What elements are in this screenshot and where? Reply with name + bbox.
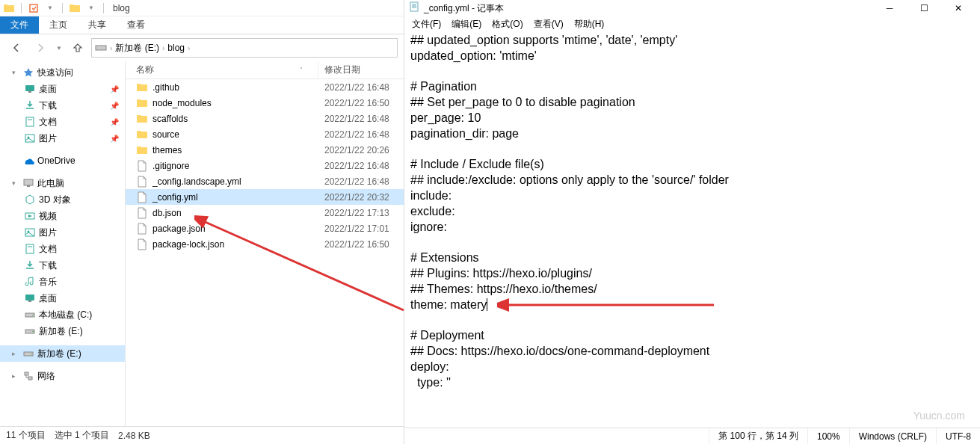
nav-item[interactable]: 桌面 (0, 290, 125, 306)
pin-icon: 📌 (110, 135, 119, 143)
svg-rect-3 (28, 91, 31, 93)
breadcrumb-item[interactable]: 新加卷 (E:) (112, 42, 162, 55)
tab-view[interactable]: 查看 (117, 16, 155, 34)
svg-rect-4 (26, 117, 34, 126)
file-name: _config.landscape.yml (152, 176, 241, 187)
file-name: package.json (152, 223, 206, 234)
up-button[interactable] (67, 38, 88, 58)
properties-icon[interactable] (26, 1, 41, 16)
file-icon (136, 191, 148, 203)
file-name: package-lock.json (152, 239, 224, 250)
maximize-button[interactable]: ☐ (907, 0, 941, 16)
svg-rect-1 (96, 46, 106, 50)
line-ending: Windows (CRLF) (849, 428, 936, 444)
nav-item[interactable]: 文档 (0, 241, 125, 257)
chevron-down-icon[interactable]: ▼ (84, 1, 99, 16)
menu-help[interactable]: 帮助(H) (570, 18, 609, 31)
file-icon (136, 160, 148, 172)
file-row[interactable]: package-lock.json 2022/1/22 16:50 (126, 236, 404, 252)
nav-item[interactable]: 下载📌 (0, 97, 125, 114)
file-date: 2022/1/22 20:26 (318, 145, 404, 155)
file-row[interactable]: db.json 2022/1/22 17:13 (126, 205, 404, 221)
file-icon (136, 238, 148, 250)
file-row[interactable]: themes 2022/1/22 20:26 (126, 142, 404, 158)
menu-view[interactable]: 查看(V) (529, 18, 568, 31)
cursor-position: 第 100 行，第 14 列 (709, 428, 807, 444)
close-button[interactable]: ✕ (941, 0, 976, 16)
menu-file[interactable]: 文件(F) (407, 18, 446, 31)
folder-icon (136, 144, 148, 156)
encoding: UTF-8 (936, 428, 980, 444)
zoom-level: 100% (807, 428, 849, 444)
nav-item[interactable]: 视频 (0, 208, 125, 224)
file-explorer-window: ▼ ▼ blog 文件 主页 共享 查看 ▼ (0, 0, 404, 444)
ribbon: 文件 主页 共享 查看 (0, 16, 404, 34)
file-name: themes (152, 145, 182, 155)
folder-icon (136, 97, 148, 109)
file-date: 2022/1/22 16:48 (318, 114, 404, 124)
column-date[interactable]: 修改日期 (318, 61, 404, 78)
notepad-statusbar: 第 100 行，第 14 列 100% Windows (CRLF) UTF-8 (404, 428, 980, 444)
nav-item[interactable]: 桌面📌 (0, 81, 125, 97)
minimize-button[interactable]: ─ (872, 0, 907, 16)
column-name[interactable]: 名称 ˄ (126, 61, 318, 78)
svg-rect-25 (410, 2, 418, 11)
file-row[interactable]: scaffolds 2022/1/22 16:48 (126, 111, 404, 126)
nav-onedrive[interactable]: OneDrive (0, 152, 125, 169)
nav-network[interactable]: ▸网络 (0, 368, 125, 384)
nav-item[interactable]: 图片📌 (0, 130, 125, 147)
file-row[interactable]: node_modules 2022/1/22 16:50 (126, 95, 404, 111)
nav-item[interactable]: 文档📌 (0, 114, 125, 130)
explorer-titlebar: ▼ ▼ blog (0, 0, 404, 16)
notepad-text-area[interactable]: ## updated_option supports 'mtime', 'dat… (404, 31, 980, 428)
file-icon (136, 207, 148, 219)
file-date: 2022/1/22 16:48 (318, 82, 404, 93)
sort-indicator-icon: ˄ (300, 67, 303, 73)
menu-format[interactable]: 格式(O) (487, 18, 527, 31)
file-name: source (152, 129, 179, 140)
nav-item[interactable]: 音乐 (0, 274, 125, 290)
nav-drive-selected[interactable]: ▸新加卷 (E:) (0, 345, 125, 362)
nav-item[interactable]: 图片 (0, 224, 125, 241)
file-row[interactable]: _config.landscape.yml 2022/1/22 16:48 (126, 173, 404, 189)
recent-dropdown[interactable]: ▼ (54, 38, 64, 58)
column-headers: 名称 ˄ 修改日期 (126, 61, 404, 79)
navigation-pane: ▾快速访问桌面📌下载📌文档📌图片📌OneDrive▾此电脑3D 对象视频图片文档… (0, 61, 126, 426)
file-row[interactable]: .gitignore 2022/1/22 16:48 (126, 158, 404, 173)
svg-rect-23 (25, 372, 28, 375)
file-row[interactable]: source 2022/1/22 16:48 (126, 126, 404, 142)
forward-button[interactable] (30, 38, 51, 58)
tab-file[interactable]: 文件 (0, 16, 39, 34)
file-row[interactable]: .github 2022/1/22 16:48 (126, 79, 404, 95)
file-date: 2022/1/22 16:50 (318, 98, 404, 108)
svg-rect-0 (30, 4, 37, 12)
nav-quick-access[interactable]: ▾快速访问 (0, 64, 125, 81)
breadcrumb-item[interactable]: blog (164, 43, 188, 53)
file-name: .gitignore (152, 161, 189, 171)
menu-edit[interactable]: 编辑(E) (447, 18, 486, 31)
nav-this-pc[interactable]: ▾此电脑 (0, 175, 125, 191)
drive-icon (95, 42, 107, 54)
folder-icon (136, 113, 148, 125)
pin-icon: 📌 (110, 102, 119, 110)
breadcrumb[interactable]: › 新加卷 (E:) › blog › (91, 38, 398, 58)
svg-rect-15 (25, 295, 34, 300)
file-row[interactable]: _config.yml 2022/1/22 20:32 (126, 189, 404, 205)
nav-item[interactable]: 本地磁盘 (C:) (0, 306, 125, 323)
svg-rect-13 (26, 244, 34, 253)
file-list-pane: 名称 ˄ 修改日期 .github 2022/1/22 16:48 node_m… (126, 61, 404, 426)
file-date: 2022/1/22 17:13 (318, 208, 404, 218)
nav-item[interactable]: 新加卷 (E:) (0, 323, 125, 339)
tab-home[interactable]: 主页 (39, 16, 78, 34)
chevron-down-icon[interactable]: ▼ (43, 1, 58, 16)
address-bar: ▼ › 新加卷 (E:) › blog › (0, 34, 404, 61)
file-row[interactable]: package.json 2022/1/22 17:01 (126, 221, 404, 236)
back-button[interactable] (6, 38, 27, 58)
file-icon (136, 176, 148, 188)
nav-item[interactable]: 3D 对象 (0, 191, 125, 208)
tab-share[interactable]: 共享 (78, 16, 117, 34)
notepad-titlebar: _config.yml - 记事本 ─ ☐ ✕ (404, 0, 980, 16)
nav-item[interactable]: 下载 (0, 257, 125, 274)
file-name: db.json (152, 208, 182, 218)
folder-icon (136, 81, 148, 93)
